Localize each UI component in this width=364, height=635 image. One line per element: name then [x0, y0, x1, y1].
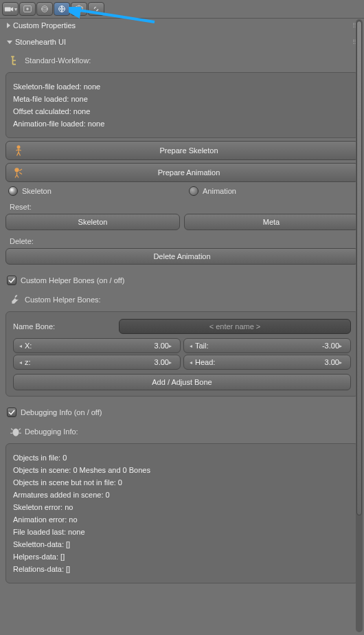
panel-title: Stonehearth UI: [15, 38, 66, 46]
field-value: -3.00: [209, 342, 339, 350]
properties-content: Custom Properties ⠿ Stonehearth UI ⠿ Sta…: [0, 19, 364, 592]
reset-meta-button[interactable]: Meta: [184, 214, 359, 230]
svg-line-10: [11, 429, 12, 430]
debug-line: Helpers-data: []: [13, 553, 351, 561]
helper-bones-toggle-row: Custom Helper Bones (on / off): [5, 271, 359, 289]
svg-line-11: [19, 429, 21, 430]
camera-icon: [4, 4, 14, 14]
debug-toggle-row: Debugging Info (on / off): [5, 403, 359, 421]
radio-label: Skeleton: [22, 187, 52, 195]
debug-line: Skeleton error: no: [13, 503, 351, 511]
debug-line: Relations-data: []: [13, 565, 351, 573]
svg-point-7: [17, 146, 21, 149]
animation-file-status: Animation-file loaded: none: [13, 120, 351, 128]
cube-icon: [74, 4, 84, 14]
chevron-left-icon: ◂: [19, 343, 25, 349]
add-adjust-bone-button[interactable]: Add / Adjust Bone: [13, 374, 351, 390]
debug-checkbox[interactable]: [7, 408, 16, 417]
workflow-header-label: Standard-Workflow:: [25, 56, 91, 65]
field-value: 3.00: [215, 358, 339, 366]
workflow-header-row: Standard-Workflow:: [5, 52, 359, 69]
vertical-scrollbar[interactable]: [356, 19, 363, 632]
z-field[interactable]: ◂z:3.00▸: [13, 355, 181, 370]
tab-world[interactable]: [54, 2, 70, 16]
editor-type-selector[interactable]: ▾: [2, 2, 19, 16]
panel-custom-properties-header[interactable]: Custom Properties ⠿: [5, 19, 359, 32]
section-label: Debugging Info:: [25, 427, 78, 436]
panel-stonehearth-body: Standard-Workflow: Skeleton-file loaded:…: [5, 49, 359, 592]
reset-label: Reset:: [5, 200, 359, 214]
wrench-icon: [10, 293, 22, 306]
z-head-row: ◂z:3.00▸ ◂Head:3.00▸: [13, 355, 351, 370]
workflow-status-box: Skeleton-file loaded: none Meta-file loa…: [5, 72, 359, 138]
chevron-left-icon: ◂: [19, 359, 25, 366]
checkbox-label: Debugging Info (on / off): [21, 408, 102, 416]
field-value: 3.00: [32, 342, 169, 350]
button-label: Prepare Animation: [25, 168, 352, 177]
radio-dot-icon: [8, 186, 18, 196]
reset-skeleton-button[interactable]: Skeleton: [5, 214, 180, 230]
delete-animation-button[interactable]: Delete Animation: [5, 248, 359, 265]
field-label: Head:: [195, 358, 215, 366]
bone-name-input[interactable]: < enter name >: [119, 319, 351, 334]
header-tab-bar: ▾: [0, 0, 364, 19]
debug-line: Skeletton-data: []: [13, 540, 351, 548]
offset-status: Offset calculated: none: [13, 107, 351, 115]
button-label: Delete Animation: [12, 252, 352, 260]
prepare-skeleton-button[interactable]: Prepare Skeleton: [5, 141, 359, 160]
svg-point-9: [13, 429, 19, 436]
chevron-left-icon: ◂: [190, 343, 195, 349]
x-field[interactable]: ◂X:3.00▸: [13, 338, 181, 353]
collapse-triangle-icon: [7, 23, 10, 28]
field-label: z:: [25, 358, 31, 366]
xz-tail-row: ◂X:3.00▸ ◂Tail:-3.00▸: [13, 338, 351, 353]
world-icon: [57, 4, 67, 14]
svg-rect-0: [4, 7, 10, 11]
tree-icon: [10, 54, 22, 67]
armature-icon: [12, 145, 25, 156]
button-label: Skeleton: [12, 218, 174, 226]
scene-icon: [40, 4, 49, 14]
panel-stonehearth-header[interactable]: Stonehearth UI ⠿: [5, 35, 359, 49]
render-icon: [23, 4, 32, 14]
scrollbar-thumb[interactable]: [356, 21, 362, 515]
tail-field[interactable]: ◂Tail:-3.00▸: [183, 338, 351, 353]
debug-line: Objects in scene but not in file: 0: [13, 478, 351, 487]
radio-animation[interactable]: Animation: [189, 186, 356, 196]
skeleton-file-status: Skeleton-file loaded: none: [13, 82, 351, 91]
chevron-right-icon: ▸: [169, 343, 174, 349]
placeholder-text: < enter name >: [209, 322, 261, 331]
debug-section-header: Debugging Info:: [5, 423, 359, 441]
tab-object[interactable]: [71, 2, 87, 16]
bone-name-label: Name Bone:: [13, 322, 116, 331]
collapse-triangle-icon: [7, 41, 12, 44]
field-label: X:: [25, 342, 32, 350]
helper-bones-checkbox[interactable]: [7, 276, 16, 285]
field-value: 3.00: [31, 358, 169, 366]
tab-scene[interactable]: [36, 2, 53, 16]
field-label: Tail:: [195, 342, 209, 350]
checkbox-label: Custom Helper Bones (on / off): [21, 276, 124, 285]
debug-line: File loaded last: none: [13, 528, 351, 536]
button-label: Meta: [190, 218, 352, 226]
helper-bones-box: Name Bone: < enter name > ◂X:3.00▸ ◂Tail…: [5, 311, 359, 397]
prepare-animation-button[interactable]: Prepare Animation: [5, 163, 359, 182]
radio-dot-icon: [189, 186, 198, 196]
chevron-right-icon: ▸: [169, 359, 174, 366]
button-label: Add / Adjust Bone: [19, 378, 345, 386]
radio-skeleton[interactable]: Skeleton: [8, 186, 175, 196]
tab-render[interactable]: [19, 2, 36, 16]
meta-file-status: Meta-file loaded: none: [13, 95, 351, 103]
panel-title: Custom Properties: [13, 21, 76, 30]
bug-icon: [10, 425, 22, 438]
section-label: Custom Helper Bones:: [25, 296, 101, 304]
dropdown-caret-icon: ▾: [14, 6, 17, 12]
bone-name-row: Name Bone: < enter name >: [13, 319, 351, 334]
check-icon: [8, 277, 15, 284]
tab-constraints[interactable]: [88, 2, 104, 16]
debug-line: Armatures added in scene: 0: [13, 491, 351, 499]
button-label: Prepare Skeleton: [25, 146, 352, 155]
reset-buttons-row: Skeleton Meta: [5, 214, 359, 230]
debug-info-box: Objects in file: 0 Objects in scene: 0 M…: [5, 443, 359, 583]
head-field[interactable]: ◂Head:3.00▸: [183, 355, 351, 370]
